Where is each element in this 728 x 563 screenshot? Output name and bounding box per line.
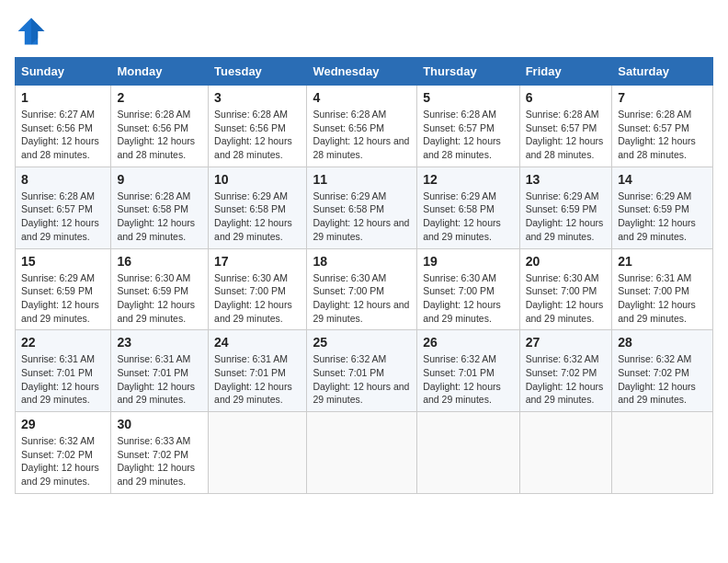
calendar-cell — [307, 412, 417, 494]
calendar-cell: 27Sunrise: 6:32 AMSunset: 7:02 PMDayligh… — [519, 330, 612, 412]
day-number: 15 — [21, 254, 105, 269]
calendar-cell: 10Sunrise: 6:29 AMSunset: 6:58 PMDayligh… — [209, 167, 307, 248]
calendar-cell: 8Sunrise: 6:28 AMSunset: 6:57 PMDaylight… — [16, 167, 111, 248]
calendar-week-3: 15Sunrise: 6:29 AMSunset: 6:59 PMDayligh… — [16, 248, 713, 330]
calendar-cell — [417, 412, 519, 494]
day-number: 8 — [21, 172, 105, 187]
calendar-cell: 28Sunrise: 6:32 AMSunset: 7:02 PMDayligh… — [612, 330, 713, 412]
calendar-cell: 13Sunrise: 6:29 AMSunset: 6:59 PMDayligh… — [519, 167, 612, 248]
day-info: Sunrise: 6:28 AMSunset: 6:57 PMDaylight:… — [618, 108, 707, 162]
calendar-cell: 26Sunrise: 6:32 AMSunset: 7:01 PMDayligh… — [417, 330, 519, 412]
calendar-week-5: 29Sunrise: 6:32 AMSunset: 7:02 PMDayligh… — [16, 412, 713, 494]
logo-icon — [15, 15, 48, 48]
day-number: 16 — [117, 254, 202, 269]
weekday-header-tuesday: Tuesday — [209, 58, 307, 86]
calendar-cell: 3Sunrise: 6:28 AMSunset: 6:56 PMDaylight… — [209, 86, 307, 167]
calendar-cell: 30Sunrise: 6:33 AMSunset: 7:02 PMDayligh… — [111, 412, 209, 494]
day-info: Sunrise: 6:30 AMSunset: 7:00 PMDaylight:… — [214, 271, 301, 326]
day-number: 13 — [526, 172, 607, 187]
calendar-cell: 1Sunrise: 6:27 AMSunset: 6:56 PMDaylight… — [16, 86, 111, 167]
day-info: Sunrise: 6:29 AMSunset: 6:58 PMDaylight:… — [313, 190, 411, 244]
day-number: 19 — [423, 254, 513, 269]
day-info: Sunrise: 6:28 AMSunset: 6:56 PMDaylight:… — [214, 108, 301, 162]
calendar-cell: 21Sunrise: 6:31 AMSunset: 7:00 PMDayligh… — [612, 248, 713, 330]
day-number: 22 — [21, 335, 105, 350]
calendar-cell: 17Sunrise: 6:30 AMSunset: 7:00 PMDayligh… — [209, 248, 307, 330]
day-info: Sunrise: 6:28 AMSunset: 6:57 PMDaylight:… — [21, 190, 105, 244]
day-number: 20 — [526, 254, 607, 269]
calendar-cell: 11Sunrise: 6:29 AMSunset: 6:58 PMDayligh… — [307, 167, 417, 248]
weekday-header-row: SundayMondayTuesdayWednesdayThursdayFrid… — [16, 58, 713, 86]
day-number: 1 — [21, 90, 105, 105]
calendar-cell: 22Sunrise: 6:31 AMSunset: 7:01 PMDayligh… — [16, 330, 111, 412]
day-info: Sunrise: 6:27 AMSunset: 6:56 PMDaylight:… — [21, 108, 105, 162]
weekday-header-friday: Friday — [519, 58, 612, 86]
day-info: Sunrise: 6:30 AMSunset: 6:59 PMDaylight:… — [117, 271, 202, 326]
day-number: 25 — [313, 335, 411, 350]
calendar-cell: 15Sunrise: 6:29 AMSunset: 6:59 PMDayligh… — [16, 248, 111, 330]
day-number: 9 — [117, 172, 202, 187]
day-info: Sunrise: 6:32 AMSunset: 7:01 PMDaylight:… — [313, 352, 411, 407]
day-number: 3 — [214, 90, 301, 105]
day-number: 18 — [313, 254, 411, 269]
calendar-cell: 18Sunrise: 6:30 AMSunset: 7:00 PMDayligh… — [307, 248, 417, 330]
calendar-cell: 7Sunrise: 6:28 AMSunset: 6:57 PMDaylight… — [612, 86, 713, 167]
day-info: Sunrise: 6:32 AMSunset: 7:02 PMDaylight:… — [21, 434, 105, 488]
weekday-header-sunday: Sunday — [16, 58, 111, 86]
calendar-cell: 19Sunrise: 6:30 AMSunset: 7:00 PMDayligh… — [417, 248, 519, 330]
day-info: Sunrise: 6:31 AMSunset: 7:01 PMDaylight:… — [117, 352, 202, 407]
calendar-cell: 20Sunrise: 6:30 AMSunset: 7:00 PMDayligh… — [519, 248, 612, 330]
calendar-cell — [519, 412, 612, 494]
header — [15, 15, 713, 48]
day-info: Sunrise: 6:29 AMSunset: 6:59 PMDaylight:… — [21, 271, 105, 326]
day-info: Sunrise: 6:29 AMSunset: 6:58 PMDaylight:… — [214, 190, 301, 244]
day-number: 21 — [618, 254, 707, 269]
calendar-cell: 16Sunrise: 6:30 AMSunset: 6:59 PMDayligh… — [111, 248, 209, 330]
calendar-cell — [612, 412, 713, 494]
calendar-cell: 6Sunrise: 6:28 AMSunset: 6:57 PMDaylight… — [519, 86, 612, 167]
day-info: Sunrise: 6:32 AMSunset: 7:01 PMDaylight:… — [423, 352, 513, 407]
calendar-table: SundayMondayTuesdayWednesdayThursdayFrid… — [15, 57, 713, 494]
calendar-cell — [209, 412, 307, 494]
day-info: Sunrise: 6:30 AMSunset: 7:00 PMDaylight:… — [313, 271, 411, 326]
day-number: 2 — [117, 90, 202, 105]
day-number: 5 — [423, 90, 513, 105]
day-info: Sunrise: 6:31 AMSunset: 7:01 PMDaylight:… — [21, 352, 105, 407]
day-info: Sunrise: 6:32 AMSunset: 7:02 PMDaylight:… — [526, 352, 607, 407]
day-info: Sunrise: 6:28 AMSunset: 6:56 PMDaylight:… — [313, 108, 411, 162]
day-info: Sunrise: 6:33 AMSunset: 7:02 PMDaylight:… — [117, 434, 202, 488]
day-info: Sunrise: 6:28 AMSunset: 6:56 PMDaylight:… — [117, 108, 202, 162]
day-number: 24 — [214, 335, 301, 350]
weekday-header-saturday: Saturday — [612, 58, 713, 86]
day-number: 17 — [214, 254, 301, 269]
day-number: 11 — [313, 172, 411, 187]
calendar-cell: 9Sunrise: 6:28 AMSunset: 6:58 PMDaylight… — [111, 167, 209, 248]
calendar-cell: 4Sunrise: 6:28 AMSunset: 6:56 PMDaylight… — [307, 86, 417, 167]
calendar-cell: 29Sunrise: 6:32 AMSunset: 7:02 PMDayligh… — [16, 412, 111, 494]
day-info: Sunrise: 6:28 AMSunset: 6:58 PMDaylight:… — [117, 190, 202, 244]
calendar-cell: 23Sunrise: 6:31 AMSunset: 7:01 PMDayligh… — [111, 330, 209, 412]
calendar-week-4: 22Sunrise: 6:31 AMSunset: 7:01 PMDayligh… — [16, 330, 713, 412]
calendar-cell: 12Sunrise: 6:29 AMSunset: 6:58 PMDayligh… — [417, 167, 519, 248]
day-info: Sunrise: 6:29 AMSunset: 6:58 PMDaylight:… — [423, 190, 513, 244]
weekday-header-wednesday: Wednesday — [307, 58, 417, 86]
day-info: Sunrise: 6:29 AMSunset: 6:59 PMDaylight:… — [618, 190, 707, 244]
calendar-cell: 5Sunrise: 6:28 AMSunset: 6:57 PMDaylight… — [417, 86, 519, 167]
calendar-week-1: 1Sunrise: 6:27 AMSunset: 6:56 PMDaylight… — [16, 86, 713, 167]
weekday-header-monday: Monday — [111, 58, 209, 86]
logo — [15, 15, 53, 48]
day-info: Sunrise: 6:32 AMSunset: 7:02 PMDaylight:… — [618, 352, 707, 407]
day-info: Sunrise: 6:28 AMSunset: 6:57 PMDaylight:… — [526, 108, 607, 162]
day-info: Sunrise: 6:31 AMSunset: 7:00 PMDaylight:… — [618, 271, 707, 326]
day-info: Sunrise: 6:28 AMSunset: 6:57 PMDaylight:… — [423, 108, 513, 162]
calendar-cell: 25Sunrise: 6:32 AMSunset: 7:01 PMDayligh… — [307, 330, 417, 412]
day-number: 6 — [526, 90, 607, 105]
day-number: 27 — [526, 335, 607, 350]
day-number: 26 — [423, 335, 513, 350]
day-number: 10 — [214, 172, 301, 187]
day-number: 29 — [21, 417, 105, 431]
day-info: Sunrise: 6:30 AMSunset: 7:00 PMDaylight:… — [526, 271, 607, 326]
day-number: 4 — [313, 90, 411, 105]
calendar-cell: 24Sunrise: 6:31 AMSunset: 7:01 PMDayligh… — [209, 330, 307, 412]
day-number: 14 — [618, 172, 707, 187]
